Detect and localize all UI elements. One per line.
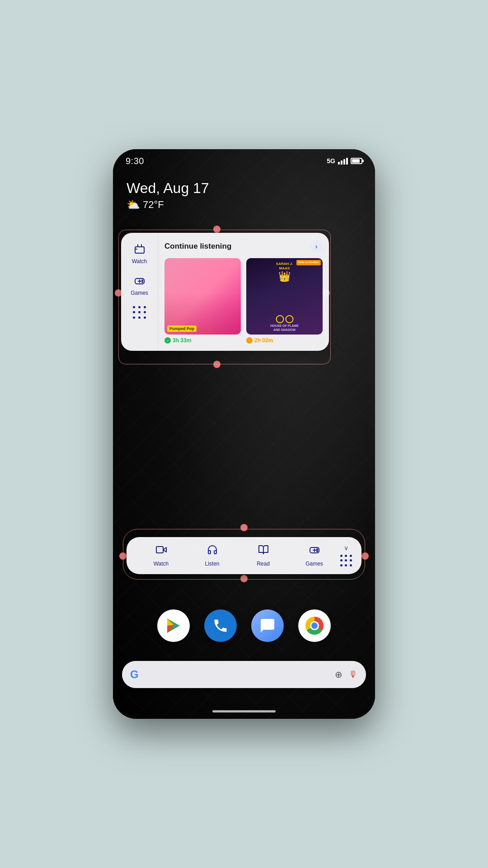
chrome-app-icon[interactable]	[298, 609, 331, 642]
dot-3	[144, 306, 146, 308]
dot-4	[133, 311, 135, 313]
lens-icon[interactable]: ⊕	[335, 669, 343, 680]
chevron-down-icon: ∨	[344, 544, 348, 552]
battery-icon	[351, 158, 362, 164]
bar-item-watch[interactable]: Watch	[136, 544, 187, 567]
grid-dot-4	[340, 559, 343, 561]
watch-bar-icon-svg	[156, 544, 167, 555]
dot-1	[133, 306, 135, 308]
listen-bar-icon-svg	[207, 544, 218, 555]
grid-dot-3	[350, 555, 352, 557]
arrow-icon: ›	[315, 243, 318, 250]
home-indicator[interactable]	[212, 710, 276, 712]
watch-nav-icon	[132, 242, 147, 256]
nav-item-games[interactable]: Games	[131, 274, 148, 296]
status-time: 9:30	[126, 156, 144, 166]
bar-dots-grid	[340, 554, 352, 567]
read-bar-icon-svg	[258, 544, 269, 555]
app-dock	[113, 609, 375, 642]
mic-icon[interactable]: 🎙	[349, 670, 358, 680]
bar-listen-icon	[207, 544, 218, 558]
album-item-1[interactable]: Pumped Pop ♪ 3h 33m	[164, 258, 241, 344]
svg-marker-7	[163, 547, 166, 552]
widget-large: Watch Games	[121, 233, 329, 351]
album-grid: Pumped Pop ♪ 3h 33m SARAH J.MAAS 👑	[164, 258, 323, 344]
bar-games-icon	[309, 544, 320, 558]
svg-point-6	[142, 282, 143, 283]
bar-watch-icon	[156, 544, 167, 558]
date-text: Wed, Aug 17	[127, 180, 209, 197]
album-art-2: SARAH J.MAAS 👑 Only on Audible HOUSE OF …	[246, 258, 323, 335]
chrome-outer-ring	[305, 617, 324, 635]
games-nav-label: Games	[131, 290, 148, 296]
grid-dot-6	[350, 559, 352, 561]
google-logo: G	[130, 668, 139, 681]
bar-item-read[interactable]: Read	[238, 544, 289, 567]
dot-2	[138, 306, 141, 308]
bar-read-label: Read	[257, 561, 270, 567]
google-search-bar[interactable]: G ⊕ 🎙	[122, 661, 366, 688]
phone-frame: 9:30 5G Wed, Aug 17 ⛅ 72°F	[113, 149, 375, 719]
dot-8	[138, 316, 141, 319]
nav-item-watch[interactable]: Watch	[132, 242, 147, 264]
grid-dot-7	[340, 564, 343, 566]
widget-title: Continue listening	[164, 242, 231, 251]
watch-nav-label: Watch	[132, 258, 147, 264]
bar-handle-left[interactable]	[119, 552, 127, 560]
bar-watch-label: Watch	[154, 561, 169, 567]
svg-rect-8	[156, 547, 163, 553]
status-bar: 9:30 5G	[113, 149, 375, 173]
time-text-1: 3h 33m	[173, 337, 191, 344]
bar-handle-top[interactable]	[240, 524, 248, 531]
book-rings	[276, 315, 293, 323]
messages-app-icon[interactable]	[251, 609, 284, 642]
watch-icon-svg	[134, 244, 145, 255]
album-label-pumped: Pumped Pop	[167, 326, 197, 332]
bar-read-icon	[258, 544, 269, 558]
dot-5	[138, 311, 141, 313]
chrome-inner-dot	[310, 621, 319, 630]
phone-svg	[212, 618, 229, 634]
games-icon-svg	[134, 275, 145, 286]
temperature-text: 72°F	[143, 199, 164, 211]
messages-svg	[259, 618, 276, 634]
svg-point-12	[316, 549, 317, 550]
svg-point-13	[316, 551, 317, 552]
album-time-2: ♪ 2h 02m	[246, 337, 323, 344]
grid-dot-9	[350, 564, 352, 566]
phone-app-icon[interactable]	[204, 609, 237, 642]
games-nav-icon	[132, 274, 147, 288]
spotify-icon: ♪	[164, 337, 171, 344]
bar-item-listen[interactable]: Listen	[187, 544, 238, 567]
svg-rect-0	[135, 247, 144, 253]
search-action-icons: ⊕ 🎙	[335, 669, 358, 680]
date-weather-widget: Wed, Aug 17 ⛅ 72°F	[127, 180, 209, 211]
bar-item-games[interactable]: Games	[289, 544, 340, 567]
dot-7	[133, 316, 135, 319]
grid-dot-5	[345, 559, 347, 561]
bar-handle-bottom[interactable]	[240, 575, 248, 582]
widget-bar: Watch Listen Read	[127, 537, 361, 574]
nav-dots[interactable]	[132, 305, 147, 320]
bar-handle-right[interactable]	[361, 552, 369, 560]
book-badge: Only on Audible	[296, 260, 321, 265]
network-label: 5G	[327, 157, 335, 165]
bar-more[interactable]: ∨	[340, 544, 352, 567]
handle-bottom-center[interactable]	[213, 361, 221, 368]
widget-arrow-button[interactable]: ›	[310, 240, 323, 253]
handle-top-center[interactable]	[213, 226, 221, 233]
grid-dot-2	[345, 555, 347, 557]
grid-dot-1	[340, 555, 343, 557]
album-item-2[interactable]: SARAH J.MAAS 👑 Only on Audible HOUSE OF …	[246, 258, 323, 344]
bar-games-label: Games	[305, 561, 323, 567]
svg-point-5	[142, 280, 143, 281]
widget-left-nav: Watch Games	[121, 233, 158, 351]
google-play-icon[interactable]	[157, 609, 190, 642]
weather-row: ⛅ 72°F	[127, 198, 209, 211]
signal-bars-icon	[338, 157, 348, 165]
status-icons: 5G	[327, 157, 362, 165]
weather-icon: ⛅	[127, 198, 140, 211]
album-time-1: ♪ 3h 33m	[164, 337, 241, 344]
album-art-1: Pumped Pop	[164, 258, 241, 335]
bar-listen-label: Listen	[205, 561, 219, 567]
